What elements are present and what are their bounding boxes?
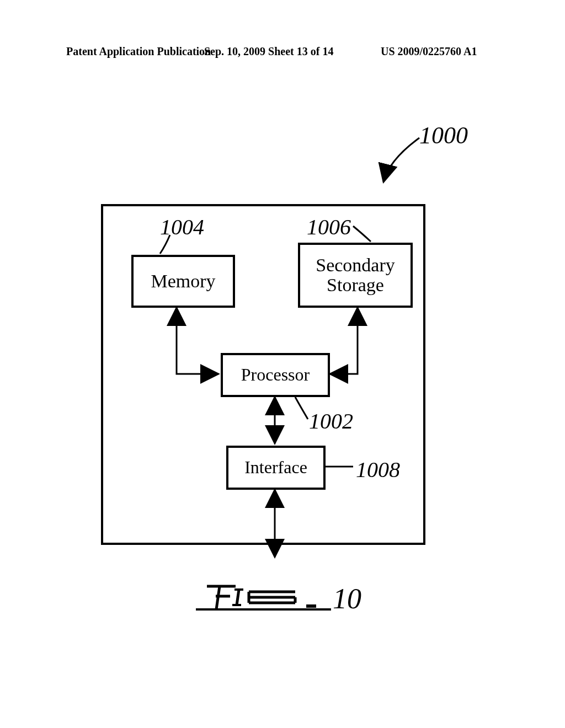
block-processor-label: Processor [241,366,310,384]
ref-1006: 1006 [307,214,351,240]
block-processor: Processor [221,353,330,397]
svg-line-2 [216,586,220,609]
svg-line-4 [237,590,239,605]
ref-1008: 1008 [356,457,400,483]
block-secondary-label: Secondary Storage [316,255,395,295]
ref-1004: 1004 [160,214,204,240]
block-memory-label: Memory [151,271,215,291]
block-interface-label: Interface [244,458,307,477]
block-memory: Memory [131,255,235,308]
svg-text:10: 10 [333,583,361,614]
block-interface: Interface [226,446,326,490]
ref-1002: 1002 [309,408,353,434]
block-secondary-storage: Secondary Storage [298,243,413,308]
figure-label: 10 [196,582,383,615]
